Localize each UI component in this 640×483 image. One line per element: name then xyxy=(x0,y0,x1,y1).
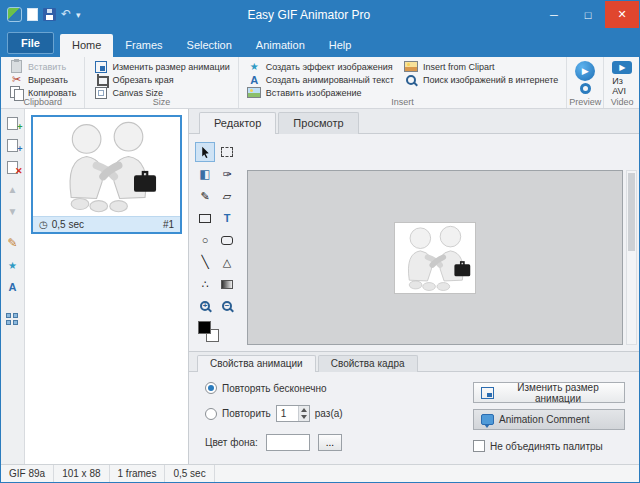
close-button[interactable]: ✕ xyxy=(605,1,639,28)
search-images-web-label: Поиск изображений в интернете xyxy=(423,75,558,85)
status-duration: 0,5 sec xyxy=(165,465,214,482)
move-frame-up-button[interactable]: ▲ xyxy=(3,179,23,199)
polygon-tool[interactable]: △ xyxy=(217,252,237,272)
create-animated-text-button[interactable]: A Создать анимированный текст xyxy=(244,73,397,86)
create-effect-button[interactable]: ★ Создать эффект изображения xyxy=(244,60,397,73)
eraser-tool[interactable]: ▱ xyxy=(217,186,237,206)
web-search-icon xyxy=(406,75,416,85)
text-icon: A xyxy=(9,281,17,293)
no-merge-palettes-checkbox[interactable] xyxy=(473,440,485,452)
undo-button[interactable]: ↶ xyxy=(61,8,71,21)
insert-from-clipart-label: Insert from Clipart xyxy=(423,62,495,72)
scrollbar-thumb[interactable] xyxy=(628,173,635,251)
tab-animation[interactable]: Animation xyxy=(244,34,317,57)
frame-number: #1 xyxy=(163,219,174,230)
line-tool[interactable]: ╲ xyxy=(195,252,215,272)
zoom-in-icon: + xyxy=(200,301,210,311)
fill-tool[interactable]: ◧ xyxy=(195,164,215,184)
gradient-tool[interactable] xyxy=(217,274,237,294)
move-frame-down-button[interactable]: ▼ xyxy=(3,201,23,221)
save-button[interactable] xyxy=(43,8,56,21)
repeat-count-value[interactable]: 1 xyxy=(277,406,298,421)
edit-frame-button[interactable]: ✎ xyxy=(3,233,23,253)
frame-duration: 0,5 sec xyxy=(52,219,84,230)
maximize-button[interactable]: □ xyxy=(571,1,605,28)
animation-comment-button-label: Animation Comment xyxy=(499,414,590,425)
ribbon-tabstrip: File Home Frames Selection Animation Hel… xyxy=(1,28,639,57)
frame-effect-button[interactable]: ★ xyxy=(3,255,23,275)
ribbon-group-insert: ★ Создать эффект изображения A Создать а… xyxy=(239,57,567,108)
brush-tool[interactable]: ✑ xyxy=(217,164,237,184)
ellipse-tool[interactable]: ○ xyxy=(195,230,215,250)
copy-label: Копировать xyxy=(28,88,76,98)
preview-play-button[interactable]: ▶ xyxy=(575,61,595,81)
plus-icon: + xyxy=(17,123,22,132)
spinner-down-icon[interactable] xyxy=(299,414,309,422)
properties-panel: Свойства анимации Свойства кадра Повторя… xyxy=(189,351,639,464)
tab-animation-properties[interactable]: Свойства анимации xyxy=(197,355,316,372)
window-title: Easy GIF Animator Pro xyxy=(81,8,537,22)
eraser-icon: ▱ xyxy=(223,190,231,203)
repeat-forever-label: Повторять бесконечно xyxy=(222,383,327,394)
minimize-button[interactable]: ─ xyxy=(537,1,571,28)
canvas-scrollbar[interactable] xyxy=(626,170,637,345)
tab-editor[interactable]: Редактор xyxy=(199,112,276,134)
brush-icon: ✑ xyxy=(222,168,231,181)
frame-item[interactable]: ◷ 0,5 sec #1 xyxy=(31,115,182,234)
tab-frame-properties[interactable]: Свойства кадра xyxy=(318,355,418,372)
search-images-web-button[interactable]: Поиск изображений в интернете xyxy=(401,73,561,86)
rectangle-tool[interactable] xyxy=(195,208,215,228)
no-merge-palettes-option[interactable]: Не объединять палитры xyxy=(473,440,625,452)
insert-from-clipart-button[interactable]: Insert from Clipart xyxy=(401,60,561,73)
bg-color-swatch[interactable] xyxy=(266,434,310,451)
frame-meta: ◷ 0,5 sec #1 xyxy=(33,217,180,232)
new-button[interactable] xyxy=(27,8,38,21)
pencil-tool[interactable]: ✎ xyxy=(195,186,215,206)
delete-frame-button[interactable]: ✕ xyxy=(3,157,23,177)
tab-preview[interactable]: Просмотр xyxy=(278,112,358,134)
clipboard-group-label: Clipboard xyxy=(1,97,84,107)
repeat-count-spinner[interactable]: 1 xyxy=(276,405,310,422)
crop-button[interactable]: Обрезать края xyxy=(90,73,232,86)
spinner-up-icon[interactable] xyxy=(299,406,309,414)
select-arrow-tool[interactable] xyxy=(195,142,215,162)
tab-help[interactable]: Help xyxy=(317,34,364,57)
tab-frames[interactable]: Frames xyxy=(113,34,174,57)
add-text-button[interactable]: A xyxy=(3,277,23,297)
animation-comment-button[interactable]: Animation Comment xyxy=(473,409,625,430)
cut-button[interactable]: ✂ Вырезать xyxy=(6,73,79,86)
file-menu-button[interactable]: File xyxy=(7,32,54,54)
text-tool[interactable]: T xyxy=(217,208,237,228)
canvas[interactable] xyxy=(247,170,623,345)
resize-animation-ribbon-button[interactable]: Изменить размер анимации xyxy=(90,60,232,73)
repeat-count-option[interactable]: Повторить 1 раз(а) xyxy=(205,405,343,422)
bg-color-browse-button[interactable]: ... xyxy=(318,434,342,451)
repeat-forever-option[interactable]: Повторять бесконечно xyxy=(205,382,327,394)
zoom-in-tool[interactable]: + xyxy=(195,296,215,316)
insert-group-label: Insert xyxy=(239,97,566,107)
zoom-out-tool[interactable]: − xyxy=(217,296,237,316)
repeat-count-radio[interactable] xyxy=(205,408,217,420)
tab-selection[interactable]: Selection xyxy=(175,34,244,57)
arrow-down-icon: ▼ xyxy=(8,206,18,217)
paste-label: Вставить xyxy=(28,62,66,72)
add-frame-button[interactable]: + xyxy=(3,113,23,133)
clipart-icon xyxy=(404,61,418,72)
tab-home[interactable]: Home xyxy=(60,34,113,57)
thumbnail-view-button[interactable] xyxy=(3,309,23,329)
browser-preview-icon[interactable] xyxy=(580,83,591,94)
grid-icon xyxy=(6,313,19,326)
marquee-select-tool[interactable] xyxy=(217,142,237,162)
paste-button[interactable]: Вставить xyxy=(6,60,79,73)
foreground-color-swatch[interactable] xyxy=(198,321,211,334)
avi-import-icon[interactable]: ▶ xyxy=(612,61,632,74)
canvas-size-label: Canvas Size xyxy=(112,88,163,98)
color-swatches xyxy=(195,320,237,346)
rounded-rect-tool[interactable] xyxy=(217,230,237,250)
from-avi-label[interactable]: Из AVI xyxy=(612,76,632,96)
duplicate-frame-button[interactable]: + xyxy=(3,135,23,155)
repeat-forever-radio[interactable] xyxy=(205,382,217,394)
resize-animation-button[interactable]: Изменить размер анимации xyxy=(473,382,625,403)
handshake-image xyxy=(395,223,475,293)
spray-tool[interactable]: ∴ xyxy=(195,274,215,294)
